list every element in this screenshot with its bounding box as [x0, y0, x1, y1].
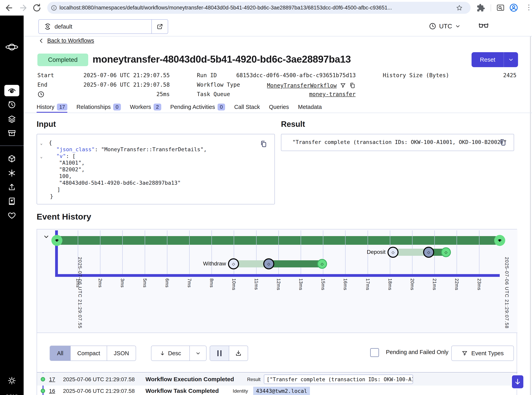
sidebar-item-feedback-heart-icon[interactable] — [7, 211, 16, 220]
event-id-link[interactable]: 17 — [49, 376, 55, 383]
timeline-tick-label: 1ms — [75, 278, 81, 287]
filter-funnel-icon[interactable] — [340, 82, 346, 89]
timezone-selector[interactable]: UTC — [429, 19, 461, 33]
browser-back-button[interactable] — [4, 3, 14, 13]
end-label: End — [37, 82, 47, 89]
app-top-bar: default UTC — [24, 16, 532, 36]
reset-button[interactable]: Reset — [472, 52, 518, 67]
json-line: ⌄"v": [ — [37, 153, 257, 159]
site-info-icon[interactable] — [51, 5, 57, 11]
event-row-17[interactable]: 172025-07-06 UTC 21:29:07.58Workflow Exe… — [37, 373, 517, 385]
timeline-tick-label: 5ms — [142, 278, 148, 287]
tab-metadata[interactable]: Metadata — [298, 104, 322, 113]
start-label: Start — [37, 72, 54, 80]
diamond-icon: ◇ — [427, 251, 430, 254]
sidebar-item-schedules[interactable] — [7, 100, 16, 109]
browser-menu-icon[interactable]: ⋮ — [525, 3, 532, 11]
activity-completed-marker[interactable]: ◇ — [317, 259, 327, 269]
labs-glasses-icon[interactable] — [478, 22, 489, 30]
side-panel-search-icon[interactable] — [496, 4, 505, 12]
timeline-gridline — [301, 230, 301, 274]
sort-desc-button[interactable]: Desc — [151, 346, 190, 361]
run-id-value: 68153dcc-d0f6-4500-afbc-c93651b75d13 — [236, 72, 356, 80]
pause-button[interactable] — [210, 346, 229, 361]
tab-label: History — [37, 104, 54, 110]
timeline-collapse-icon[interactable] — [43, 233, 50, 240]
sidebar-item-workflows[interactable] — [4, 85, 19, 96]
back-link-label: Back to Workflows — [47, 37, 94, 44]
timeline-tick-label: 10ms — [231, 278, 236, 290]
page-scrollbar[interactable] — [530, 16, 531, 395]
sort-menu-button[interactable] — [190, 346, 206, 361]
tab-label: Relationships — [77, 104, 111, 110]
browser-forward-button[interactable] — [18, 3, 28, 13]
theme-toggle-sun-icon[interactable] — [7, 376, 16, 385]
json-line: "json_class": "MoneyTransfer::TransferDe… — [37, 146, 257, 153]
copy-icon[interactable] — [349, 82, 356, 89]
event-id-link[interactable]: 16 — [49, 388, 55, 394]
json-line: ] — [37, 186, 257, 193]
download-button[interactable] — [229, 346, 248, 361]
activity-scheduled-marker[interactable]: ◇ — [228, 258, 239, 269]
activity-started-marker[interactable]: ◇ — [423, 247, 434, 258]
pause-icon — [217, 350, 221, 356]
back-to-workflows[interactable]: Back to Workflows — [38, 37, 94, 44]
events-table-divider — [37, 372, 517, 373]
temporal-workflow-page: localhost:8080/namespaces/default/workfl… — [0, 0, 532, 395]
event-types-button[interactable]: Event Types — [451, 346, 514, 361]
workflow-start-marker[interactable] — [51, 235, 62, 246]
view-compact-button[interactable]: Compact — [71, 346, 107, 361]
namespace-main[interactable]: default — [39, 20, 151, 33]
sidebar-item-nexus-cube-icon[interactable] — [7, 154, 16, 163]
tab-relationships[interactable]: Relationships0 — [77, 104, 121, 113]
workflow-end-marker[interactable] — [494, 235, 505, 246]
sidebar-item-archive[interactable] — [7, 129, 16, 137]
timeline-bottom-axis — [55, 274, 500, 277]
tab-pending-activities[interactable]: Pending Activities0 — [170, 104, 225, 113]
extensions-puzzle-icon[interactable] — [477, 4, 485, 12]
view-json-button[interactable]: JSON — [107, 346, 136, 361]
workflow-type-label: Workflow Type — [197, 82, 240, 89]
diamond-icon: ◇ — [267, 262, 270, 266]
browser-profile-icon[interactable] — [509, 3, 518, 12]
json-collapse-icon[interactable]: ⌄ — [40, 140, 43, 147]
view-all-button[interactable]: All — [50, 346, 71, 361]
url-bar[interactable]: localhost:8080/namespaces/default/workfl… — [47, 2, 471, 14]
reset-button-label[interactable]: Reset — [472, 52, 504, 67]
namespace-selector[interactable]: default — [38, 19, 168, 34]
event-status-dot — [41, 389, 45, 393]
tab-queries[interactable]: Queries — [269, 104, 289, 113]
workflow-type-link[interactable]: MoneyTransferWorkflow — [267, 82, 337, 89]
browser-reload-button[interactable] — [32, 3, 42, 13]
copy-icon[interactable] — [499, 139, 507, 146]
sidebar-item-deployments-layers-icon[interactable] — [7, 115, 16, 123]
task-queue-link[interactable]: money-transfer — [236, 91, 356, 99]
tab-history[interactable]: History17 — [37, 104, 67, 113]
event-row-16[interactable]: 162025-07-06 UTC 21:29:07.58Workflow Tas… — [37, 386, 517, 395]
activity-scheduled-marker[interactable]: ◇ — [388, 247, 399, 258]
json-line: "48043d0d-5b41-4920-bd6c-3ae28897ba13" — [37, 180, 257, 186]
tab-workers[interactable]: Workers2 — [130, 104, 161, 113]
chevron-left-icon — [38, 38, 44, 44]
event-timestamp: 2025-07-06 UTC 21:29:07.58 — [63, 376, 135, 383]
namespace-open-button[interactable] — [151, 20, 168, 33]
temporal-logo[interactable] — [5, 42, 18, 52]
reset-menu-button[interactable] — [504, 52, 518, 67]
sidebar-item-import-export-icon[interactable] — [7, 183, 16, 192]
workflow-spiral-glyph — [497, 237, 503, 243]
copy-icon[interactable] — [260, 140, 267, 148]
sidebar: 2.34.0 — [0, 16, 24, 395]
pending-failed-checkbox[interactable] — [370, 348, 379, 357]
json-collapse-icon[interactable]: ⌄ — [40, 153, 43, 160]
sidebar-item-docs-book-icon[interactable] — [7, 197, 16, 206]
bookmark-star-icon[interactable] — [456, 5, 463, 11]
timeline-gridline — [100, 230, 100, 274]
activity-started-marker[interactable]: ◇ — [263, 258, 274, 269]
tab-call-stack[interactable]: Call Stack — [234, 104, 260, 113]
arrow-down-icon — [160, 351, 165, 356]
activity-completed-marker[interactable]: ◇ — [441, 247, 451, 257]
diamond-icon: ◇ — [392, 251, 395, 254]
timeline-gridline — [479, 230, 479, 274]
scroll-to-bottom-button[interactable] — [512, 375, 523, 388]
sidebar-item-asterisk-icon[interactable] — [7, 169, 16, 177]
